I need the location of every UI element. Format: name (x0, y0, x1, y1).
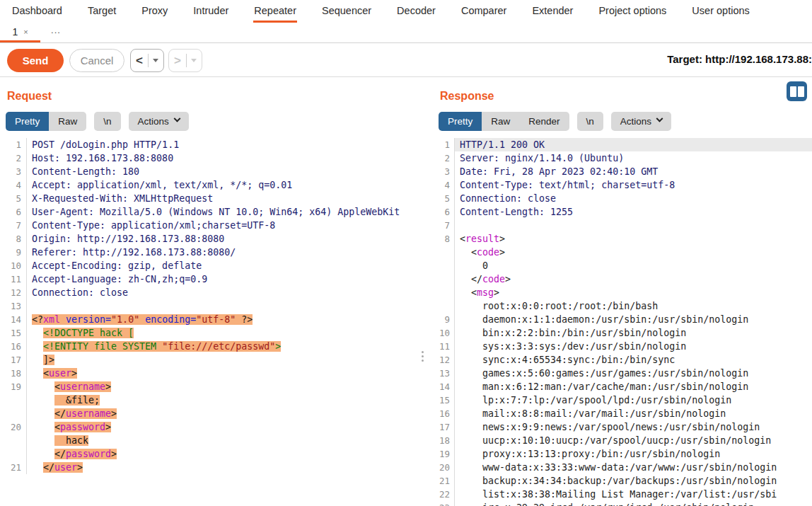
response-tab-pretty[interactable]: Pretty (439, 112, 482, 131)
code-text: Connection: close (27, 286, 430, 299)
line-number: 18 (0, 367, 27, 380)
response-tab-render[interactable]: Render (519, 112, 569, 131)
line-number: 15 (0, 326, 27, 340)
line-number: 2 (0, 151, 27, 165)
menu-item-intruder[interactable]: Intruder (192, 0, 229, 23)
menu-item-comparer[interactable]: Comparer (460, 0, 507, 23)
code-text: daemon:x:1:1:daemon:/usr/sbin:/usr/sbin/… (455, 313, 812, 326)
menu-item-extender[interactable]: Extender (531, 0, 574, 23)
history-forward-button[interactable]: > (168, 49, 202, 72)
menu-item-proxy[interactable]: Proxy (141, 0, 168, 23)
line-number: 9 (0, 246, 27, 259)
line-number: 21 (0, 461, 27, 474)
line-number: 7 (433, 219, 455, 232)
code-line: 11 sys:x:3:3:sys:/dev:/usr/sbin/nologin (433, 340, 812, 353)
xml-highlight: <!DOCTYPE hack [ (43, 328, 134, 338)
xml-highlight: &file; (54, 395, 100, 406)
request-tab-pretty[interactable]: Pretty (6, 112, 49, 131)
request-tab-\n[interactable]: \n (94, 112, 120, 131)
layout-columns-icon[interactable] (787, 81, 807, 101)
line-number (0, 447, 27, 461)
code-line: root:x:0:0:root:/root:/bin/bash (433, 299, 812, 313)
response-tab-raw[interactable]: Raw (482, 112, 519, 131)
code-text: <user> (27, 367, 430, 380)
code-line: 7 (433, 219, 812, 232)
code-line: 21 </user> (0, 461, 430, 474)
request-editor[interactable]: 1POST /doLogin.php HTTP/1.12Host: 192.16… (0, 136, 430, 506)
response-tab-\n[interactable]: \n (577, 112, 603, 131)
code-line: 21 backup:x:34:34:backup:/var/backups:/u… (433, 474, 812, 488)
code-line: 19 <username> (0, 380, 430, 393)
code-text: </password> (27, 447, 430, 461)
code-line: <code> (433, 246, 812, 259)
code-text: <password> (27, 420, 430, 434)
line-number (433, 286, 455, 299)
code-text: </code> (455, 272, 812, 286)
cancel-button[interactable]: Cancel (69, 49, 124, 72)
line-number: 22 (433, 488, 455, 501)
code-text: bin:x:2:2:bin:/bin:/usr/sbin/nologin (455, 326, 812, 340)
code-text: </user> (27, 461, 430, 474)
tab-label: Actions (138, 116, 169, 127)
code-text (27, 299, 430, 313)
code-line: 1POST /doLogin.php HTTP/1.1 (0, 138, 430, 151)
menu-item-user-options[interactable]: User options (691, 0, 750, 23)
main-menu-bar: DashboardTargetProxyIntruderRepeaterSequ… (0, 0, 812, 23)
line-number (433, 272, 455, 286)
line-number: 12 (0, 286, 27, 299)
code-text: X-Requested-With: XMLHttpRequest (27, 192, 430, 205)
repeater-tab-1-label: 1 (12, 26, 18, 38)
line-number: 21 (433, 474, 455, 488)
line-number: 3 (433, 165, 455, 178)
code-text: root:x:0:0:root:/root:/bin/bash (455, 299, 812, 313)
dropdown-caret-icon[interactable] (191, 59, 197, 62)
line-number: 17 (433, 420, 455, 434)
code-line: 18 <user> (0, 367, 430, 380)
request-tab-raw[interactable]: Raw (49, 112, 86, 131)
code-text: Origin: http://192.168.173.88:8080 (27, 232, 430, 246)
code-text: list:x:38:38:Mailing List Manager:/var/l… (455, 488, 812, 501)
response-editor[interactable]: 1HTTP/1.1 200 OK2Server: nginx/1.14.0 (U… (433, 136, 812, 506)
menu-item-target[interactable]: Target (87, 0, 117, 23)
code-text: Host: 192.168.173.88:8080 (27, 151, 430, 165)
dropdown-caret-icon[interactable] (153, 59, 158, 62)
line-number: 1 (433, 138, 455, 151)
menu-item-project-options[interactable]: Project options (598, 0, 667, 23)
code-line: 2Host: 192.168.173.88:8080 (0, 151, 430, 165)
code-line: 0 (433, 259, 812, 272)
code-line: 5Connection: close (433, 192, 812, 205)
code-line: <msg> (433, 286, 812, 299)
code-line: 7Content-Type: application/xml;charset=U… (0, 219, 430, 232)
tab-label: Raw (491, 116, 510, 127)
close-tab-icon[interactable]: × (23, 28, 28, 36)
panel-splitter-handle[interactable] (422, 351, 424, 362)
menu-item-repeater[interactable]: Repeater (253, 0, 297, 23)
send-button[interactable]: Send (7, 49, 64, 72)
code-line: 8<result> (433, 232, 812, 246)
menu-item-dashboard[interactable]: Dashboard (11, 0, 63, 23)
code-text: HTTP/1.1 200 OK (455, 138, 812, 151)
code-line: </password> (0, 447, 430, 461)
menu-item-sequencer[interactable]: Sequencer (321, 0, 372, 23)
code-text: <result> (455, 232, 812, 246)
history-back-button[interactable]: < (130, 49, 164, 72)
code-line: 4Content-Type: text/html; charset=utf-8 (433, 178, 812, 192)
xml-highlight: <?xml version="1.0" encoding="utf-8" ?> (32, 314, 253, 325)
request-toolbar: Send Cancel < > Target: http://192.168.1… (0, 43, 812, 77)
line-number: 9 (433, 313, 455, 326)
code-line: 18 uucp:x:10:10:uucp:/var/spool/uucp:/us… (433, 434, 812, 447)
repeater-tab-1[interactable]: 1 × (0, 23, 40, 42)
code-text: Content-Length: 1255 (455, 205, 812, 219)
more-tabs-button[interactable]: ... (40, 23, 71, 42)
code-text: Connection: close (455, 192, 812, 205)
code-text: mail:x:8:8:mail:/var/mail:/usr/sbin/nolo… (455, 407, 812, 420)
line-number (433, 246, 455, 259)
response-tab-actions[interactable]: Actions (611, 112, 671, 131)
code-text: uucp:x:10:10:uucp:/var/spool/uucp:/usr/s… (455, 434, 812, 447)
code-line: 19 proxy:x:13:13:proxy:/bin:/usr/sbin/no… (433, 447, 812, 461)
line-number: 17 (0, 353, 27, 367)
request-tab-actions[interactable]: Actions (129, 112, 189, 131)
line-number: 12 (433, 353, 455, 367)
menu-item-decoder[interactable]: Decoder (396, 0, 436, 23)
code-line: 12 sync:x:4:65534:sync:/bin:/bin/sync (433, 353, 812, 367)
